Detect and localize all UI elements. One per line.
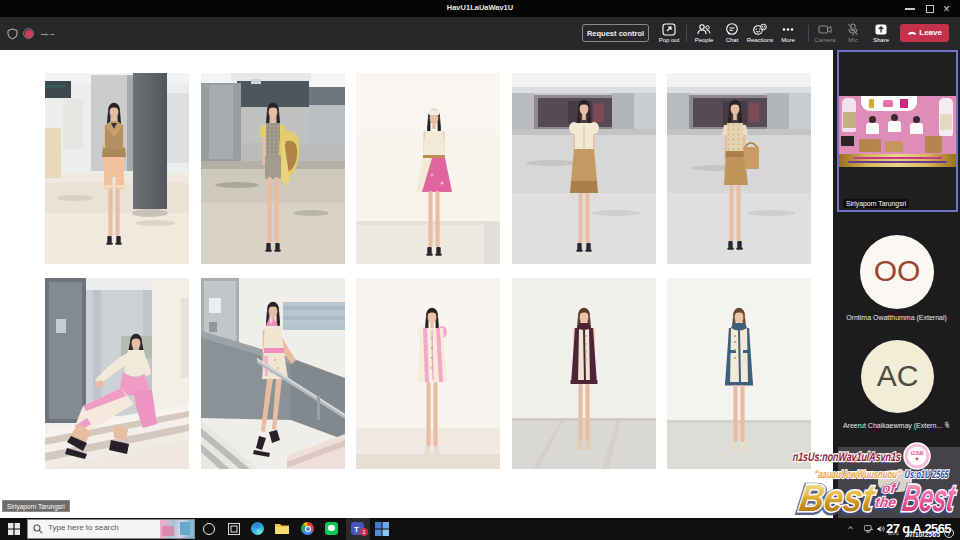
svg-text:GSB: GSB	[910, 450, 924, 456]
svg-text:n1sUs:nonWav1ulAsvn1s: n1sUs:nonWav1ulAsvn1s	[792, 450, 901, 464]
svg-text:Best: Best	[797, 476, 879, 519]
svg-text:the: the	[874, 494, 897, 510]
svg-text:♥: ♥	[915, 456, 919, 462]
svg-text:Best: Best	[900, 476, 959, 519]
